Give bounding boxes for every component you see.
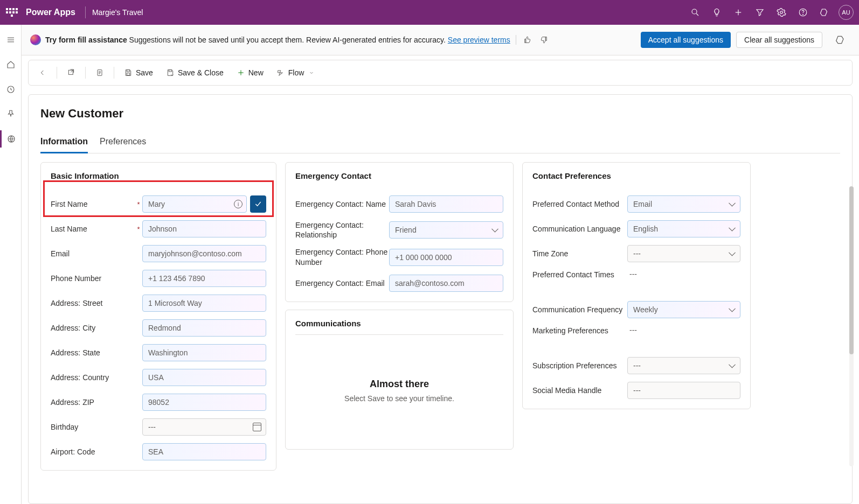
input-social[interactable]: --- [627,382,740,399]
help-icon[interactable] [792,0,814,25]
input-last-name[interactable] [142,220,266,237]
input-birthday[interactable]: --- [142,418,266,436]
copilot-header-icon[interactable] [814,0,835,25]
label-country: Address: Country [51,373,137,382]
left-nav-rail [0,25,22,504]
thumbs-up-icon[interactable] [522,34,534,46]
select-ec-rel[interactable]: Friend [389,221,503,239]
svg-point-0 [692,9,697,14]
label-zip: Address: ZIP [51,397,137,407]
command-bar: Save Save & Close New Flow [28,60,853,86]
input-ec-name[interactable] [389,195,503,213]
label-ec-name: Emergency Contact: Name [295,199,389,209]
label-state: Address: State [51,348,137,358]
select-freq[interactable]: Weekly [627,301,740,318]
add-icon[interactable] [728,0,749,25]
scrollbar[interactable] [849,186,854,466]
svg-rect-15 [127,73,129,75]
search-icon[interactable] [684,0,706,25]
new-button[interactable]: New [231,65,269,80]
label-last-name: Last Name [51,224,137,234]
calendar-icon[interactable] [253,423,261,431]
svg-rect-14 [127,70,129,72]
back-button[interactable] [33,65,52,80]
thumbs-down-icon[interactable] [538,34,550,46]
input-zip[interactable] [142,394,266,411]
settings-icon[interactable] [771,0,792,25]
timeline-empty-sub: Select Save to see your timeline. [344,394,454,403]
label-marketing: Marketing Preferences [532,326,627,335]
svg-line-1 [696,13,698,16]
main-content: Try form fill assistance Suggestions wil… [22,25,859,504]
select-lang[interactable]: English [627,220,740,237]
input-ec-phone[interactable] [389,249,503,266]
filter-icon[interactable] [749,0,771,25]
environment-name[interactable]: Margie's Travel [92,8,143,17]
input-airport[interactable] [142,443,266,460]
form-tabs: Information Preferences [40,134,840,153]
lightbulb-icon[interactable] [706,0,728,25]
globe-icon[interactable] [0,130,21,148]
accept-suggestion-button[interactable] [250,195,266,213]
label-method: Preferred Contact Method [532,199,627,209]
timeline-empty-title: Almost there [370,379,429,390]
label-airport: Airport: Code [51,447,137,457]
recent-icon[interactable] [2,81,19,98]
text-times[interactable]: --- [627,270,740,278]
input-ec-email[interactable] [389,275,503,292]
record-form: New Customer Information Preferences Bas… [28,94,853,504]
accept-all-button[interactable]: Accept all suggestions [641,32,731,48]
section-heading: Emergency Contact [295,171,503,180]
input-phone[interactable] [142,270,266,287]
pin-icon[interactable] [2,106,19,123]
copilot-icon [30,34,41,45]
banner-text: Try form fill assistance Suggestions wil… [45,36,510,44]
label-street: Address: Street [51,298,137,308]
info-icon[interactable]: i [234,200,243,208]
input-state[interactable] [142,344,266,361]
label-times: Preferred Contact Times [532,270,627,279]
label-freq: Communication Frequency [532,305,627,314]
select-subs[interactable]: --- [627,357,740,374]
page-title: New Customer [40,107,840,121]
app-launcher-icon[interactable] [5,6,18,19]
label-birthday: Birthday [51,422,137,432]
label-city: Address: City [51,323,137,333]
field-first-name-highlight: First Name * i [51,195,266,213]
label-lang: Communication Language [532,224,627,234]
input-city[interactable] [142,319,266,337]
select-tz[interactable]: --- [627,245,740,262]
flow-button[interactable]: Flow [271,65,321,80]
brand-label: Power Apps [26,8,75,17]
copilot-panel-icon[interactable] [831,30,850,50]
input-first-name[interactable] [142,195,247,213]
section-heading: Basic Information [51,171,266,180]
user-avatar[interactable]: AU [839,5,854,20]
app-header: Power Apps Margie's Travel AU [0,0,859,25]
check-record-button[interactable] [90,65,109,80]
label-social: Social Media Handle [532,386,627,395]
required-marker: * [137,225,140,233]
input-street[interactable] [142,295,266,312]
input-country[interactable] [142,369,266,386]
svg-point-6 [803,14,803,15]
select-method[interactable]: Email [627,195,740,213]
save-button[interactable]: Save [119,65,158,80]
preview-terms-link[interactable]: See preview terms [448,36,510,44]
hamburger-icon[interactable] [2,31,19,48]
save-close-button[interactable]: Save & Close [161,65,229,80]
text-marketing[interactable]: --- [627,326,740,334]
section-heading: Communications [295,319,503,335]
scrollbar-thumb[interactable] [849,186,854,354]
open-new-window-button[interactable] [61,65,81,80]
divider [516,35,516,45]
label-ec-rel: Emergency Contact: Relationship [295,220,389,240]
tab-information[interactable]: Information [40,134,88,153]
home-icon[interactable] [2,56,19,73]
divider [85,6,86,18]
tab-preferences[interactable]: Preferences [100,134,146,153]
input-email[interactable] [142,245,266,262]
clear-all-button[interactable]: Clear all suggestions [736,32,822,48]
label-first-name: First Name [51,199,137,209]
suggestion-banner: Try form fill assistance Suggestions wil… [22,25,859,55]
